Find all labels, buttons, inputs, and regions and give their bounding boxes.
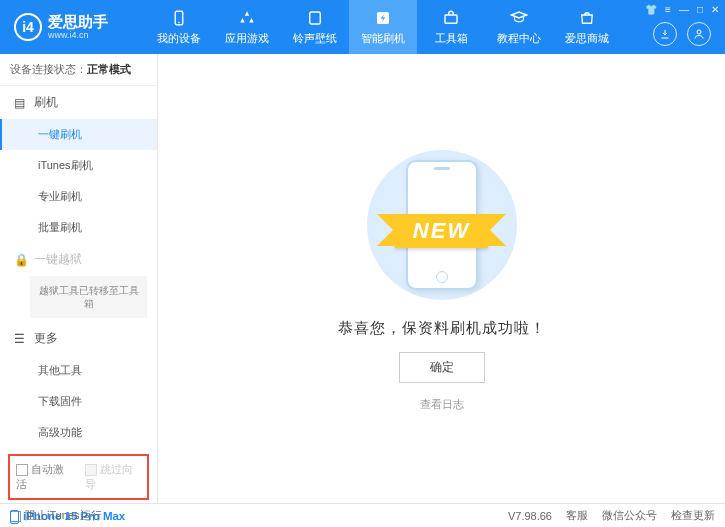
success-illustration: NEW <box>342 145 542 305</box>
list-icon: ▤ <box>14 96 28 110</box>
view-log-link[interactable]: 查看日志 <box>420 397 464 412</box>
svg-point-1 <box>178 22 180 24</box>
svg-point-5 <box>697 30 701 34</box>
nav-store[interactable]: 爱思商城 <box>553 0 621 54</box>
svg-rect-4 <box>445 15 457 23</box>
nav-toolbox[interactable]: 工具箱 <box>417 0 485 54</box>
svg-rect-2 <box>310 12 321 24</box>
window-controls: 👕 ≡ — □ ✕ <box>645 4 719 15</box>
close-icon[interactable]: ✕ <box>711 4 719 15</box>
nav-my-device[interactable]: 我的设备 <box>145 0 213 54</box>
ok-button[interactable]: 确定 <box>399 352 485 383</box>
ringtone-icon <box>305 8 325 28</box>
app-url: www.i4.cn <box>48 30 108 40</box>
titlebar-right-buttons <box>653 22 711 46</box>
flash-icon <box>373 8 393 28</box>
more-icon: ☰ <box>14 332 28 346</box>
toolbox-icon <box>441 8 461 28</box>
link-check-update[interactable]: 检查更新 <box>671 508 715 523</box>
nav-ringtones[interactable]: 铃声壁纸 <box>281 0 349 54</box>
sidebar-item-oneclick-flash[interactable]: 一键刷机 <box>0 119 157 150</box>
activation-options: 自动激活 跳过向导 <box>8 454 149 500</box>
app-name: 爱思助手 <box>48 14 108 31</box>
version-label: V7.98.66 <box>508 510 552 522</box>
sidebar-item-download-firmware[interactable]: 下载固件 <box>0 386 157 417</box>
link-support[interactable]: 客服 <box>566 508 588 523</box>
sidebar-item-batch-flash[interactable]: 批量刷机 <box>0 212 157 243</box>
phone-icon <box>10 510 19 524</box>
app-logo: i4 爱思助手 www.i4.cn <box>0 13 145 41</box>
nav-apps-games[interactable]: 应用游戏 <box>213 0 281 54</box>
logo-icon: i4 <box>14 13 42 41</box>
sidebar: 设备连接状态：正常模式 ▤ 刷机 一键刷机 iTunes刷机 专业刷机 批量刷机… <box>0 54 158 503</box>
menu-icon[interactable]: ≡ <box>665 4 671 15</box>
device-icon <box>169 8 189 28</box>
sidebar-item-pro-flash[interactable]: 专业刷机 <box>0 181 157 212</box>
link-wechat[interactable]: 微信公众号 <box>602 508 657 523</box>
apps-icon <box>237 8 257 28</box>
checkbox-block-itunes[interactable]: 阻止iTunes运行 <box>10 508 102 523</box>
sidebar-section-jailbreak: 🔒 一键越狱 <box>0 243 157 276</box>
lock-icon: 🔒 <box>14 253 28 267</box>
main-content: NEW 恭喜您，保资料刷机成功啦！ 确定 查看日志 <box>158 54 725 503</box>
minimize-icon[interactable]: — <box>679 4 689 15</box>
sidebar-item-advanced[interactable]: 高级功能 <box>0 417 157 448</box>
nav-flash[interactable]: 智能刷机 <box>349 0 417 54</box>
user-button[interactable] <box>687 22 711 46</box>
device-status: 设备连接状态：正常模式 <box>0 54 157 86</box>
top-nav: 我的设备 应用游戏 铃声壁纸 智能刷机 工具箱 教程中心 爱思商城 <box>145 0 621 54</box>
sidebar-section-flash[interactable]: ▤ 刷机 <box>0 86 157 119</box>
sidebar-item-other-tools[interactable]: 其他工具 <box>0 355 157 386</box>
checkbox-skip-guide: 跳过向导 <box>85 462 142 492</box>
checkbox-auto-activate[interactable]: 自动激活 <box>16 462 73 492</box>
titlebar: i4 爱思助手 www.i4.cn 我的设备 应用游戏 铃声壁纸 智能刷机 工具… <box>0 0 725 54</box>
download-button[interactable] <box>653 22 677 46</box>
sidebar-section-more[interactable]: ☰ 更多 <box>0 322 157 355</box>
tutorial-icon <box>509 8 529 28</box>
nav-tutorials[interactable]: 教程中心 <box>485 0 553 54</box>
store-icon <box>577 8 597 28</box>
new-ribbon: NEW <box>395 214 488 248</box>
success-message: 恭喜您，保资料刷机成功啦！ <box>338 319 546 338</box>
sidebar-item-itunes-flash[interactable]: iTunes刷机 <box>0 150 157 181</box>
skin-icon[interactable]: 👕 <box>645 4 657 15</box>
sidebar-jailbreak-note[interactable]: 越狱工具已转移至工具箱 <box>30 276 147 318</box>
maximize-icon[interactable]: □ <box>697 4 703 15</box>
